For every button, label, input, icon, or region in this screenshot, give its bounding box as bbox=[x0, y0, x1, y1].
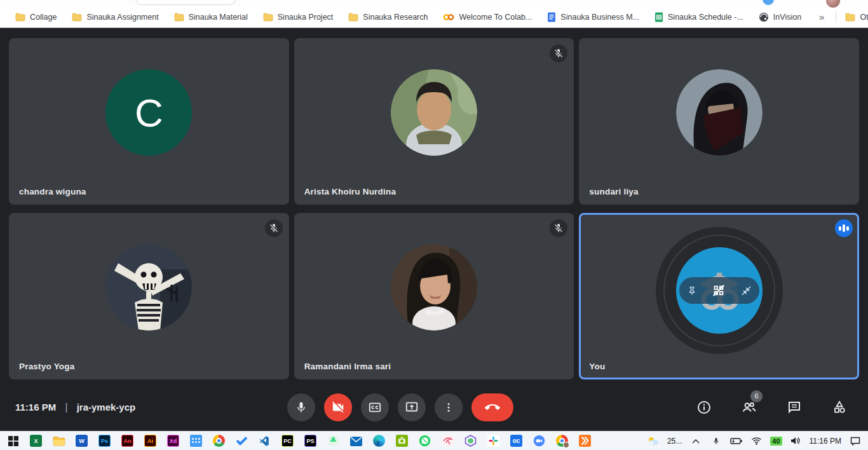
weather-temperature[interactable]: 25... bbox=[667, 437, 682, 446]
folder-icon bbox=[845, 13, 855, 22]
taskbar-vscode-icon[interactable] bbox=[258, 434, 271, 447]
bookmarks-overflow-chevron[interactable]: » bbox=[817, 11, 827, 22]
taskbar-word-icon[interactable]: W bbox=[75, 434, 88, 447]
camera-off-button[interactable] bbox=[324, 393, 352, 421]
bookmark-sinauka-schedule[interactable]: Sinauka Schedule -... bbox=[654, 12, 743, 22]
taskbar-pycharm-icon[interactable]: PC bbox=[281, 434, 294, 447]
avatar-photo bbox=[676, 69, 763, 156]
taskbar-edge-icon[interactable] bbox=[372, 434, 386, 447]
participant-tile-sundari[interactable]: sundari liya bbox=[579, 38, 859, 205]
tile-hover-options bbox=[679, 277, 759, 304]
folder-icon bbox=[72, 13, 82, 22]
taskbar-xampp-icon[interactable] bbox=[578, 434, 592, 447]
avatar-photo bbox=[105, 244, 192, 331]
taskbar-file-explorer-icon[interactable] bbox=[52, 434, 65, 447]
bookmark-label: Collage bbox=[30, 13, 57, 22]
remove-tile-icon[interactable] bbox=[712, 283, 726, 297]
participant-name: chandra wiguna bbox=[19, 187, 86, 196]
bookmark-welcome-to-colab[interactable]: Welcome To Colab... bbox=[443, 13, 532, 22]
action-center-icon[interactable] bbox=[848, 434, 862, 447]
taskbar-chrome-profile-icon[interactable] bbox=[555, 434, 569, 447]
taskbar-animate-icon[interactable]: An bbox=[121, 434, 134, 447]
taskbar-whatsapp-icon[interactable] bbox=[418, 434, 431, 447]
tray-wifi-icon[interactable] bbox=[750, 434, 763, 447]
bookmark-sinauka-research[interactable]: Sinauka Research bbox=[348, 13, 428, 22]
extension-icon[interactable] bbox=[763, 0, 774, 5]
end-call-button[interactable] bbox=[471, 393, 513, 421]
taskbar-todo-check-icon[interactable] bbox=[235, 434, 248, 447]
end-call-icon bbox=[485, 400, 500, 415]
taskbar-mail-icon[interactable] bbox=[349, 434, 363, 447]
taskbar-hexagon-app-icon[interactable] bbox=[464, 434, 477, 447]
captions-icon bbox=[368, 400, 382, 414]
taskbar-emulator-icon[interactable] bbox=[395, 434, 409, 447]
bookmark-invision[interactable]: InVision bbox=[759, 12, 801, 22]
video-grid: C chandra wiguna Arista K bbox=[0, 28, 868, 383]
taskbar-excel-icon[interactable]: X bbox=[29, 434, 43, 447]
battery-percent-badge[interactable]: 40 bbox=[770, 437, 782, 446]
people-button[interactable]: 6 bbox=[735, 393, 764, 422]
taskbar-illustrator-icon[interactable]: Ai bbox=[144, 434, 157, 447]
taskbar-adobe-xd-icon[interactable]: Xd bbox=[166, 434, 180, 447]
participant-name: sundari liya bbox=[589, 187, 638, 196]
bookmarks-divider bbox=[836, 11, 836, 23]
audio-level-indicator-icon bbox=[835, 219, 853, 237]
folder-icon bbox=[174, 13, 184, 22]
captions-button[interactable] bbox=[361, 393, 389, 421]
bookmark-sinauka-material[interactable]: Sinauka Material bbox=[174, 13, 248, 22]
tray-microphone-icon[interactable] bbox=[709, 434, 722, 447]
tray-chevron-icon[interactable] bbox=[689, 434, 702, 447]
bookmark-sinauka-business[interactable]: Sinauka Business M... bbox=[547, 12, 639, 22]
taskbar-zoom-icon[interactable] bbox=[532, 434, 546, 447]
taskbar-phpstorm-icon[interactable]: PS bbox=[304, 434, 317, 447]
google-docs-icon bbox=[547, 12, 556, 22]
start-button[interactable] bbox=[6, 434, 20, 447]
participant-tile-prastyo[interactable]: Prastyo Yoga bbox=[9, 213, 289, 379]
chat-icon bbox=[787, 400, 802, 415]
microphone-icon bbox=[295, 401, 308, 414]
chat-button[interactable] bbox=[780, 393, 809, 422]
tray-speaker-icon[interactable] bbox=[789, 434, 803, 447]
more-options-button[interactable] bbox=[435, 393, 463, 421]
taskbar-slack-icon[interactable] bbox=[487, 434, 500, 447]
activities-button[interactable] bbox=[825, 393, 854, 422]
browser-toolbar-edge bbox=[0, 0, 868, 6]
participant-tile-you[interactable]: You bbox=[579, 213, 859, 379]
meeting-control-bar: 11:16 PM | jra-ymek-ycp 6 bbox=[0, 383, 868, 431]
mic-off-icon bbox=[265, 219, 283, 237]
bookmark-sinauka-project[interactable]: Sinauka Project bbox=[263, 13, 334, 22]
avatar-photo bbox=[391, 69, 477, 156]
bookmark-label: Sinauka Project bbox=[278, 13, 334, 22]
participant-name: Prastyo Yoga bbox=[19, 362, 74, 371]
mic-off-icon bbox=[550, 44, 567, 62]
tray-battery-icon[interactable] bbox=[729, 434, 743, 447]
colab-infinity-icon bbox=[443, 13, 454, 21]
other-bookmarks[interactable]: Other bookmarks bbox=[845, 13, 868, 22]
minimize-icon[interactable] bbox=[741, 285, 752, 296]
taskbar-photoshop-icon[interactable]: Ps bbox=[98, 434, 111, 447]
bookmark-collage[interactable]: Collage bbox=[15, 13, 57, 22]
participant-tile-arista[interactable]: Arista Khoiru Nurdina bbox=[294, 38, 574, 205]
bookmark-label: Sinauka Assignment bbox=[86, 13, 158, 22]
taskbar-calendar-app-icon[interactable] bbox=[189, 434, 203, 447]
bookmark-sinauka-assignment[interactable]: Sinauka Assignment bbox=[72, 13, 158, 22]
participant-tile-ramandani[interactable]: Ramandani Irma sari bbox=[294, 213, 574, 379]
weather-icon[interactable] bbox=[647, 434, 660, 447]
pin-icon[interactable] bbox=[687, 285, 697, 296]
taskbar-oc-blue-app-icon[interactable]: oc bbox=[510, 434, 523, 447]
present-screen-icon bbox=[405, 400, 419, 414]
taskbar-pink-sketch-app-icon[interactable] bbox=[441, 434, 454, 447]
meeting-details-button[interactable] bbox=[689, 393, 719, 422]
participant-name: You bbox=[589, 362, 605, 371]
present-screen-button[interactable] bbox=[398, 393, 426, 421]
invision-globe-icon bbox=[759, 12, 769, 22]
participant-tile-chandra[interactable]: C chandra wiguna bbox=[9, 38, 289, 205]
bookmark-label: Sinauka Research bbox=[363, 13, 428, 22]
folder-icon bbox=[15, 13, 25, 22]
tray-clock[interactable]: 11:16 PM bbox=[810, 437, 841, 446]
more-options-icon bbox=[443, 402, 454, 413]
microphone-button[interactable] bbox=[287, 393, 315, 421]
taskbar-chrome-icon[interactable] bbox=[212, 434, 226, 447]
taskbar-android-icon[interactable] bbox=[327, 434, 340, 447]
avatar-letter: C bbox=[135, 90, 163, 135]
